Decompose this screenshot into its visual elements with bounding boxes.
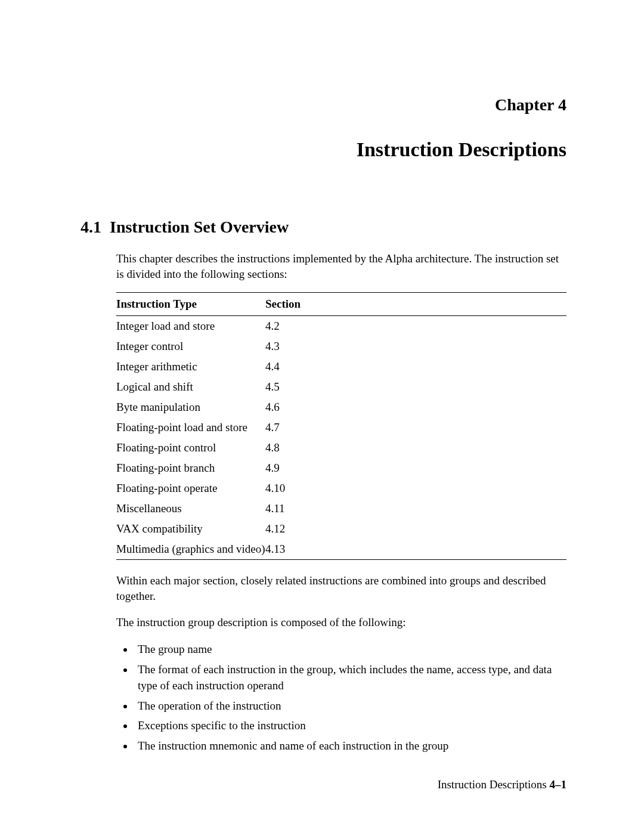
cell-section: 4.3 (265, 336, 566, 357)
list-item: Exceptions specific to the instruction (134, 717, 566, 734)
cell-section: 4.4 (265, 357, 566, 377)
table-row: Byte manipulation4.6 (116, 397, 566, 417)
table-row: Floating-point operate4.10 (116, 478, 566, 498)
cell-type: Integer control (116, 336, 265, 357)
instruction-type-table: Instruction Type Section Integer load an… (116, 292, 566, 560)
list-item: The group name (134, 641, 566, 658)
intro-paragraph: This chapter describes the instructions … (116, 251, 566, 281)
table-row: Integer control4.3 (116, 336, 566, 357)
cell-type: Floating-point load and store (116, 417, 265, 438)
cell-section: 4.11 (265, 498, 566, 519)
cell-section: 4.12 (265, 519, 566, 539)
table-row: Floating-point control4.8 (116, 438, 566, 458)
table-row: Miscellaneous4.11 (116, 498, 566, 519)
cell-type: Miscellaneous (116, 498, 265, 519)
footer-page-number: 4–1 (550, 778, 567, 791)
chapter-title: Instruction Descriptions (80, 138, 566, 161)
table-row: Floating-point load and store4.7 (116, 417, 566, 438)
cell-type: Multimedia (graphics and video) (116, 539, 265, 560)
cell-section: 4.5 (265, 377, 566, 397)
section-heading: 4.1 Instruction Set Overview (80, 218, 566, 237)
table-header-section: Section (265, 293, 566, 316)
cell-section: 4.7 (265, 417, 566, 438)
cell-section: 4.8 (265, 438, 566, 458)
cell-section: 4.9 (265, 458, 566, 478)
table-row: Integer load and store4.2 (116, 316, 566, 337)
table-row: VAX compatibility4.12 (116, 519, 566, 539)
page-footer: Instruction Descriptions 4–1 (438, 778, 566, 791)
cell-type: Floating-point control (116, 438, 265, 458)
list-item: The operation of the instruction (134, 698, 566, 714)
cell-section: 4.10 (265, 478, 566, 498)
cell-section: 4.2 (265, 316, 566, 337)
cell-type: Logical and shift (116, 377, 265, 397)
cell-type: Byte manipulation (116, 397, 265, 417)
paragraph-2: Within each major section, closely relat… (116, 573, 566, 603)
cell-type: VAX compatibility (116, 519, 265, 539)
table-row: Logical and shift4.5 (116, 377, 566, 397)
chapter-label: Chapter 4 (80, 95, 566, 114)
paragraph-3: The instruction group description is com… (116, 615, 566, 630)
cell-type: Integer load and store (116, 316, 265, 337)
cell-type: Floating-point branch (116, 458, 265, 478)
table-row: Floating-point branch4.9 (116, 458, 566, 478)
cell-type: Integer arithmetic (116, 357, 265, 377)
list-item: The instruction mnemonic and name of eac… (134, 738, 566, 754)
footer-text: Instruction Descriptions (438, 778, 547, 791)
cell-section: 4.13 (265, 539, 566, 560)
cell-type: Floating-point operate (116, 478, 265, 498)
table-row: Multimedia (graphics and video)4.13 (116, 539, 566, 560)
section-number: 4.1 (80, 218, 101, 236)
description-list: The group name The format of each instru… (134, 641, 566, 754)
table-header-type: Instruction Type (116, 293, 265, 316)
page: Chapter 4 Instruction Descriptions 4.1 I… (0, 0, 644, 833)
list-item: The format of each instruction in the gr… (134, 661, 566, 694)
cell-section: 4.6 (265, 397, 566, 417)
table-row: Integer arithmetic4.4 (116, 357, 566, 377)
section-title: Instruction Set Overview (110, 218, 289, 236)
